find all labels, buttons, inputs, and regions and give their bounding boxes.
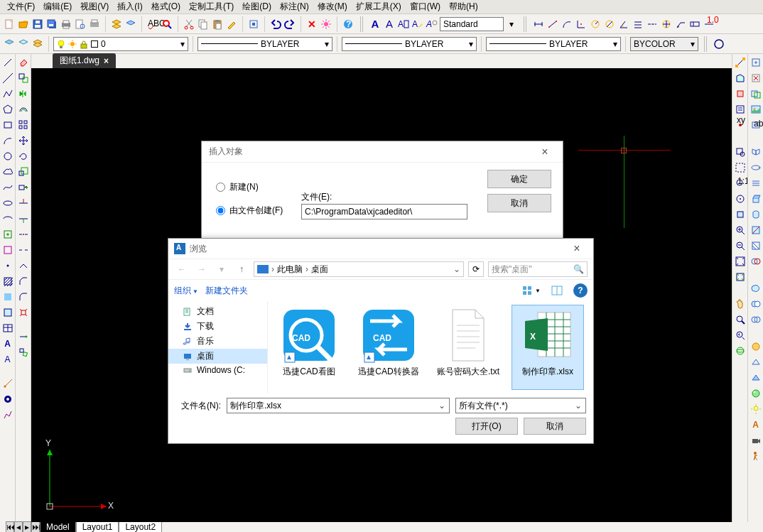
- radio-create-new-input[interactable]: [216, 183, 225, 192]
- dim-tolerance-icon[interactable]: [688, 18, 701, 31]
- 3dpoly-icon[interactable]: [2, 409, 13, 420]
- image-attach-icon[interactable]: [750, 104, 762, 115]
- match-properties-icon[interactable]: [225, 18, 238, 31]
- menu-edit[interactable]: 编辑(E): [39, 0, 76, 14]
- revcloud-icon[interactable]: [2, 166, 13, 178]
- insert-dialog-close-icon[interactable]: ×: [534, 146, 556, 158]
- menu-help[interactable]: 帮助(H): [445, 0, 482, 14]
- erase-icon[interactable]: ✕: [305, 18, 318, 31]
- layer-properties-icon[interactable]: [124, 18, 137, 31]
- scale-icon[interactable]: [18, 166, 29, 178]
- dim-radius-icon[interactable]: [589, 18, 602, 31]
- linetype-dropdown-1[interactable]: BYLAYER▾: [197, 37, 332, 51]
- dim-baseline-icon[interactable]: [632, 18, 644, 31]
- render-icon[interactable]: [750, 341, 762, 352]
- breadcrumb[interactable]: › 此电脑 › 桌面 ⌄: [254, 261, 464, 277]
- breadcrumb-desktop[interactable]: 桌面: [311, 264, 328, 276]
- mass-icon[interactable]: [735, 88, 746, 99]
- align-icon[interactable]: [18, 347, 29, 358]
- dim-leader-icon[interactable]: [674, 18, 687, 31]
- tree-node-music[interactable]: 音乐: [168, 334, 267, 349]
- menu-custom-tools[interactable]: 定制工具(T): [185, 0, 238, 14]
- point-icon[interactable]: [2, 260, 13, 271]
- offset-icon[interactable]: [18, 104, 29, 115]
- copy-icon[interactable]: [197, 18, 210, 31]
- zoom-dynamic-icon[interactable]: [735, 162, 746, 173]
- file-cad-viewer[interactable]: CAD 迅捷CAD看图: [274, 305, 345, 389]
- text-edit-icon[interactable]: A: [411, 18, 424, 31]
- menu-annotate[interactable]: 标注(N): [276, 0, 313, 14]
- text-find-icon[interactable]: A: [426, 18, 438, 31]
- hide-icon[interactable]: [750, 357, 762, 368]
- nav-forward-icon[interactable]: →: [194, 261, 210, 277]
- interfere-icon[interactable]: [750, 256, 762, 267]
- undo-icon[interactable]: [269, 18, 282, 31]
- zoom-center-icon[interactable]: [735, 193, 746, 205]
- tree-node-desktop[interactable]: 桌面: [168, 349, 267, 364]
- chevron-down-icon[interactable]: ⌄: [453, 264, 460, 274]
- revolve-icon[interactable]: [750, 209, 762, 220]
- browse-dialog-close-icon[interactable]: ×: [566, 242, 588, 255]
- nav-up-icon[interactable]: ↑: [234, 261, 249, 277]
- circle-tool-icon[interactable]: [713, 38, 725, 50]
- mtext-icon[interactable]: A: [2, 338, 13, 349]
- print-preview-icon[interactable]: [74, 18, 87, 31]
- insert-block2-icon[interactable]: [750, 57, 762, 68]
- zoom-object-icon[interactable]: [735, 209, 746, 220]
- spline-icon[interactable]: [2, 182, 13, 193]
- hatch-icon[interactable]: [2, 276, 13, 287]
- block-icon[interactable]: [247, 18, 260, 31]
- plot-icon[interactable]: [88, 18, 101, 31]
- stretch-icon[interactable]: [18, 182, 29, 193]
- polyline-icon[interactable]: [2, 88, 13, 99]
- intersect-icon[interactable]: [750, 314, 762, 325]
- organize-button[interactable]: 组织▼: [174, 285, 198, 297]
- zoom-extents-icon[interactable]: [735, 271, 746, 283]
- dim-aligned-icon[interactable]: [546, 18, 559, 31]
- file-path-input[interactable]: [301, 204, 467, 219]
- text-style-dropdown-arrow-icon[interactable]: ▾: [505, 18, 518, 31]
- open-icon[interactable]: [17, 18, 30, 31]
- dim-center-icon[interactable]: [660, 18, 673, 31]
- nav-back-icon[interactable]: ←: [174, 261, 190, 277]
- menu-modify[interactable]: 修改(M): [313, 0, 352, 14]
- close-icon[interactable]: ×: [104, 56, 109, 66]
- ray-icon[interactable]: [2, 378, 13, 389]
- array-icon[interactable]: [18, 119, 29, 131]
- join-icon[interactable]: [18, 260, 29, 271]
- mirror-icon[interactable]: [18, 88, 29, 99]
- circle-icon[interactable]: [2, 151, 13, 162]
- extend-icon[interactable]: [18, 213, 29, 224]
- extrude-icon[interactable]: [750, 193, 762, 205]
- refresh-icon[interactable]: ⟳: [468, 261, 484, 277]
- ellipse-icon[interactable]: [2, 197, 13, 209]
- insert-cancel-button[interactable]: 取消: [487, 194, 551, 212]
- donut-icon[interactable]: [2, 393, 13, 405]
- make-block-icon[interactable]: [2, 244, 13, 256]
- save-icon[interactable]: [31, 18, 44, 31]
- open-button[interactable]: 打开(O): [455, 418, 518, 435]
- help-icon[interactable]: ?: [342, 18, 355, 31]
- dim-linear-icon[interactable]: [532, 18, 545, 31]
- fillet-icon[interactable]: [18, 291, 29, 303]
- menu-window[interactable]: 窗口(W): [406, 0, 445, 14]
- mirror3d-icon[interactable]: [750, 146, 762, 158]
- light-icon[interactable]: [750, 403, 762, 415]
- text-render-icon[interactable]: A: [750, 419, 762, 430]
- region-icon[interactable]: [2, 307, 13, 318]
- dim-style-icon[interactable]: 1.0: [703, 18, 715, 31]
- new-icon[interactable]: [3, 18, 16, 31]
- preview-pane-icon[interactable]: [548, 283, 566, 298]
- tree-node-downloads[interactable]: 下载: [168, 319, 267, 334]
- arc-icon[interactable]: [2, 135, 13, 146]
- linetype-dropdown-2[interactable]: BYLAYER▾: [342, 37, 477, 51]
- xref-attach-icon[interactable]: [750, 88, 762, 99]
- search-input[interactable]: 搜索"桌面" 🔍: [488, 261, 588, 277]
- dim-continue-icon[interactable]: [646, 18, 659, 31]
- color-dropdown[interactable]: BYCOLOR▾: [630, 37, 698, 51]
- dim-arc-icon[interactable]: [561, 18, 573, 31]
- dim-ordinate-icon[interactable]: [575, 18, 588, 31]
- zoom-realtime-icon[interactable]: [735, 314, 746, 325]
- browse-cancel-button[interactable]: 取消: [524, 418, 586, 435]
- layer-icon[interactable]: [110, 18, 123, 31]
